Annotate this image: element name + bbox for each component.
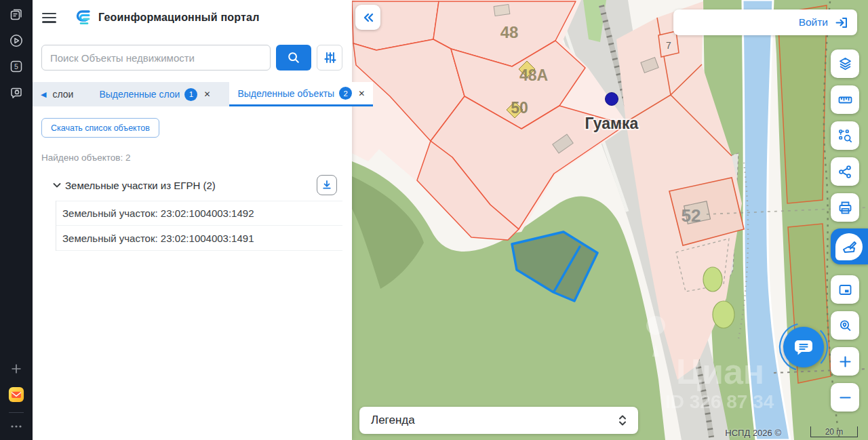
map-viewport[interactable]: 48 48А 50 52 7 Гуамка Циан ID 326 87 34 …: [352, 0, 868, 440]
ruler-button[interactable]: [831, 85, 859, 114]
download-icon: [321, 179, 333, 191]
map-canvas: 48 48А 50 52 7 Гуамка Циан ID 326 87 34: [352, 0, 868, 440]
ruler-icon: [837, 92, 853, 108]
app-logo: [76, 9, 92, 26]
tab-layers-label: слои: [52, 89, 73, 100]
svg-text:48: 48: [500, 23, 519, 41]
play-icon[interactable]: [8, 33, 24, 49]
share-button[interactable]: [831, 157, 859, 186]
object-group-label: Земельные участки из ЕГРН (2): [65, 180, 216, 191]
filter-sliders-icon: [323, 51, 336, 64]
scale-label: 20 m: [825, 427, 844, 437]
zoom-in-button[interactable]: [831, 347, 859, 376]
chat-fab-button[interactable]: [783, 327, 824, 367]
close-icon[interactable]: ✕: [358, 89, 365, 98]
search-button[interactable]: [276, 45, 311, 71]
login-label: Войти: [799, 16, 828, 28]
tab-selected-layers[interactable]: Выделенные слои 1 ✕: [91, 82, 218, 106]
town-label: Гуамка: [585, 115, 639, 132]
area-select-button[interactable]: [831, 121, 859, 150]
chat-icon: [792, 336, 815, 359]
browser-rail: 5: [0, 0, 33, 440]
screenshot-icon[interactable]: [8, 84, 24, 100]
list-item[interactable]: Земельный участок: 23:02:1004003:1491: [56, 226, 342, 251]
tab-badge: 1: [184, 88, 197, 101]
list-item[interactable]: Земельный участок: 23:02:1004003:1492: [56, 201, 342, 226]
close-icon[interactable]: ✕: [203, 89, 210, 99]
geo-portal-app: 5: [0, 0, 868, 440]
page-title: Геоинформационный портал: [98, 12, 260, 24]
download-group-button[interactable]: [317, 175, 337, 195]
svg-text:Циан: Циан: [676, 352, 764, 391]
print-icon: [837, 200, 853, 216]
search-icon: [287, 51, 300, 64]
svg-text:ID 326 87 34: ID 326 87 34: [665, 391, 774, 412]
login-button[interactable]: Войти: [673, 9, 857, 35]
chevron-down-icon: [52, 180, 62, 191]
zoom-out-button[interactable]: [831, 383, 859, 412]
reader-mode-icon[interactable]: [8, 7, 24, 23]
share-icon: [837, 164, 853, 180]
map-search-button[interactable]: [831, 311, 859, 340]
tab-selected-objects-label: Выделенные объекты: [237, 88, 334, 99]
tab-badge: 2: [339, 87, 352, 100]
add-icon[interactable]: [8, 361, 24, 377]
tab-selected-layers-label: Выделенные слои: [99, 89, 180, 100]
scale-bar: 20 m: [810, 426, 858, 437]
svg-text:5: 5: [14, 62, 18, 71]
tab-counter[interactable]: 5: [8, 58, 24, 75]
search-row: [41, 45, 343, 71]
found-count-label: Найдено объектов: 2: [41, 153, 342, 163]
selected-point-marker[interactable]: [606, 93, 618, 106]
legend-expand-icon: [616, 414, 629, 427]
object-group-row[interactable]: Земельные участки из ЕГРН (2): [41, 175, 342, 195]
draw-button[interactable]: [831, 228, 868, 264]
collapse-panel-button[interactable]: [355, 5, 380, 30]
plus-icon: [837, 354, 853, 369]
collapse-tabs-icon: ◀: [41, 90, 46, 99]
double-chevron-left-icon: [361, 11, 375, 24]
panel-header: Геоинформационный портал: [33, 0, 352, 35]
map-search-icon: [837, 318, 853, 334]
menu-icon[interactable]: [42, 13, 56, 23]
tab-bar: ◀ слои Выделенные слои 1 ✕ Выделенные об…: [33, 82, 352, 106]
tab-selected-objects[interactable]: Выделенные объекты 2 ✕: [229, 82, 373, 106]
legend-bar[interactable]: Легенда: [359, 407, 638, 434]
svg-text:48А: 48А: [519, 66, 548, 84]
yandex-app-icon[interactable]: [8, 386, 24, 403]
svg-text:7: 7: [666, 40, 671, 51]
area-select-icon: [837, 128, 853, 144]
object-list: Земельный участок: 23:02:1004003:1492 Зе…: [56, 201, 342, 251]
login-icon: [834, 16, 848, 30]
tab-layers[interactable]: ◀ слои: [33, 82, 81, 106]
minus-icon: [837, 390, 853, 405]
tab-content: Скачать список объектов Найдено объектов…: [33, 106, 352, 440]
svg-text:50: 50: [511, 99, 528, 117]
svg-text:52: 52: [682, 205, 701, 226]
minimap-button[interactable]: [831, 275, 859, 304]
layers-button[interactable]: [831, 49, 859, 78]
search-input[interactable]: [41, 45, 271, 71]
filter-button[interactable]: [317, 45, 342, 71]
legend-label: Легенда: [371, 414, 415, 427]
draw-icon: [835, 233, 863, 260]
rail-divider: [9, 412, 24, 413]
map-attribution: НСПД 2026 ©: [725, 428, 781, 438]
more-icon[interactable]: [8, 418, 24, 435]
print-button[interactable]: [831, 193, 859, 222]
layers-icon: [837, 56, 853, 72]
download-list-button[interactable]: Скачать список объектов: [41, 118, 159, 138]
minimap-icon: [837, 282, 853, 298]
side-panel: Геоинформационный портал ◀ слои: [33, 0, 352, 440]
